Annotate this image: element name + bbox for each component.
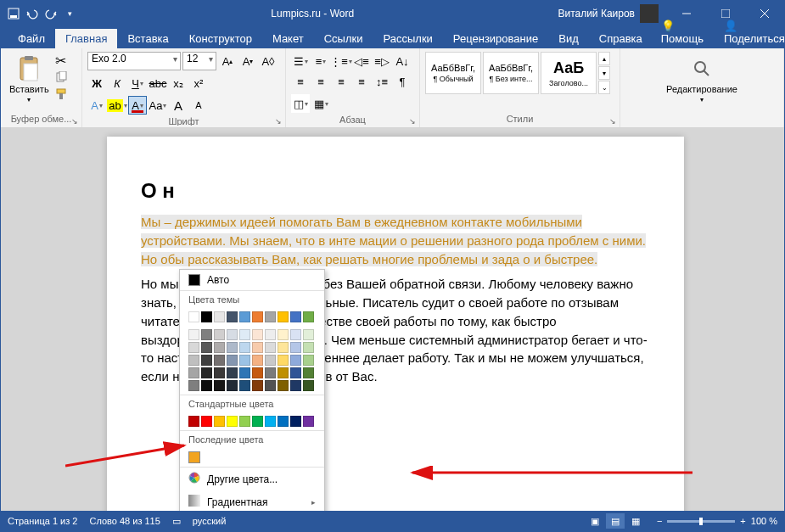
color-swatch[interactable]: [188, 311, 199, 322]
strikethrough-button[interactable]: abc: [149, 74, 167, 92]
color-swatch[interactable]: [227, 355, 238, 366]
zoom-slider[interactable]: [667, 520, 735, 523]
color-swatch[interactable]: [201, 311, 212, 322]
font-color-button[interactable]: A▾: [128, 96, 147, 115]
tab-references[interactable]: Ссылки: [314, 29, 373, 48]
zoom-in-button[interactable]: +: [740, 516, 745, 526]
gradient-fill[interactable]: Градиентная▸: [180, 490, 324, 511]
color-swatch[interactable]: [201, 329, 212, 340]
color-swatch[interactable]: [227, 380, 238, 391]
color-swatch[interactable]: [265, 416, 276, 427]
numbering-button[interactable]: ≡▾: [311, 52, 330, 70]
tab-mailings[interactable]: Рассылки: [373, 29, 442, 48]
color-swatch[interactable]: [239, 367, 250, 378]
color-swatch[interactable]: [239, 311, 250, 322]
tab-design[interactable]: Конструктор: [179, 29, 262, 48]
styles-down-icon[interactable]: ▾: [598, 66, 610, 80]
cut-icon[interactable]: ✂: [54, 53, 68, 67]
color-swatch[interactable]: [188, 329, 199, 340]
color-swatch[interactable]: [214, 380, 225, 391]
color-swatch[interactable]: [303, 355, 314, 366]
color-swatch[interactable]: [188, 416, 199, 427]
tab-view[interactable]: Вид: [548, 29, 589, 48]
color-swatch[interactable]: [252, 380, 263, 391]
color-swatch[interactable]: [239, 342, 250, 353]
color-swatch[interactable]: [265, 355, 276, 366]
view-read-icon[interactable]: ▣: [586, 513, 604, 529]
color-swatch[interactable]: [227, 416, 238, 427]
color-swatch[interactable]: [214, 311, 225, 322]
color-swatch[interactable]: [239, 355, 250, 366]
color-swatch[interactable]: [278, 311, 289, 322]
color-swatch[interactable]: [265, 342, 276, 353]
multilevel-button[interactable]: ⋮≡▾: [332, 52, 350, 70]
bold-button[interactable]: Ж: [87, 74, 106, 92]
color-swatch[interactable]: [214, 329, 225, 340]
shading-button[interactable]: ◫▾: [291, 94, 310, 113]
redo-icon[interactable]: [45, 8, 57, 20]
user-name[interactable]: Виталий Каиров: [558, 8, 635, 20]
increase-indent-button[interactable]: ≡▷: [373, 52, 391, 70]
color-swatch[interactable]: [290, 329, 301, 340]
tab-file[interactable]: Файл: [8, 29, 55, 48]
color-swatch[interactable]: [290, 380, 301, 391]
color-swatch[interactable]: [188, 367, 199, 378]
paste-button[interactable]: Вставить ▾: [6, 52, 53, 107]
font-name-combo[interactable]: Exo 2.0: [87, 52, 181, 70]
color-swatch[interactable]: [278, 355, 289, 366]
color-swatch[interactable]: [227, 367, 238, 378]
color-swatch[interactable]: [214, 355, 225, 366]
color-swatch[interactable]: [227, 311, 238, 322]
styles-up-icon[interactable]: ▴: [598, 52, 610, 65]
editing-button[interactable]: Редактирование ▾: [625, 52, 778, 107]
color-swatch[interactable]: [239, 416, 250, 427]
color-swatch[interactable]: [252, 355, 263, 366]
status-proofing-icon[interactable]: ▭: [172, 516, 181, 527]
color-swatch[interactable]: [265, 329, 276, 340]
color-swatch[interactable]: [201, 416, 212, 427]
color-swatch[interactable]: [227, 342, 238, 353]
font-size-combo[interactable]: 12: [182, 52, 216, 70]
color-swatch[interactable]: [265, 380, 276, 391]
autosave-icon[interactable]: [8, 8, 20, 20]
color-swatch[interactable]: [278, 380, 289, 391]
color-swatch[interactable]: [188, 355, 199, 366]
style-nospacing[interactable]: АаБбВвГг,¶ Без инте...: [483, 52, 539, 94]
color-swatch[interactable]: [188, 342, 199, 353]
underline-button[interactable]: Ч▾: [128, 74, 147, 92]
style-heading1[interactable]: АаБЗаголово...: [541, 52, 597, 94]
styles-more-icon[interactable]: ⌄: [598, 81, 610, 94]
color-swatch[interactable]: [201, 342, 212, 353]
tell-me[interactable]: 💡 Помощь: [653, 16, 712, 48]
para-launcher-icon[interactable]: ↘: [409, 117, 416, 126]
show-marks-button[interactable]: ¶: [393, 72, 412, 91]
zoom-level[interactable]: 100 %: [751, 516, 777, 526]
status-language[interactable]: русский: [193, 516, 226, 526]
color-swatch[interactable]: [303, 416, 314, 427]
color-swatch[interactable]: [265, 367, 276, 378]
color-swatch[interactable]: [188, 380, 199, 391]
color-swatch[interactable]: [303, 380, 314, 391]
subscript-button[interactable]: x₂: [169, 74, 188, 92]
color-swatch[interactable]: [290, 342, 301, 353]
color-swatch[interactable]: [201, 355, 212, 366]
doc-heading[interactable]: О н: [141, 179, 650, 203]
color-swatch[interactable]: [278, 416, 289, 427]
justify-button[interactable]: ≡: [352, 72, 371, 91]
color-swatch[interactable]: [265, 311, 276, 322]
bullets-button[interactable]: ☰▾: [291, 52, 310, 70]
text-effects-button[interactable]: A▾: [87, 96, 106, 115]
copy-icon[interactable]: [54, 70, 68, 84]
borders-button[interactable]: ▦▾: [311, 94, 330, 113]
highlight-button[interactable]: ab▾: [108, 96, 126, 115]
color-swatch[interactable]: [201, 367, 212, 378]
font-launcher-icon[interactable]: ↘: [275, 117, 282, 126]
format-painter-icon[interactable]: [54, 87, 68, 101]
share-button[interactable]: 👤 Поделиться: [715, 16, 785, 48]
color-swatch[interactable]: [252, 329, 263, 340]
grow-font-icon[interactable]: A▴: [218, 52, 237, 70]
sort-button[interactable]: A↓: [393, 52, 412, 70]
undo-icon[interactable]: [26, 8, 38, 20]
color-swatch[interactable]: [290, 367, 301, 378]
grow-font2-icon[interactable]: A: [169, 96, 188, 115]
